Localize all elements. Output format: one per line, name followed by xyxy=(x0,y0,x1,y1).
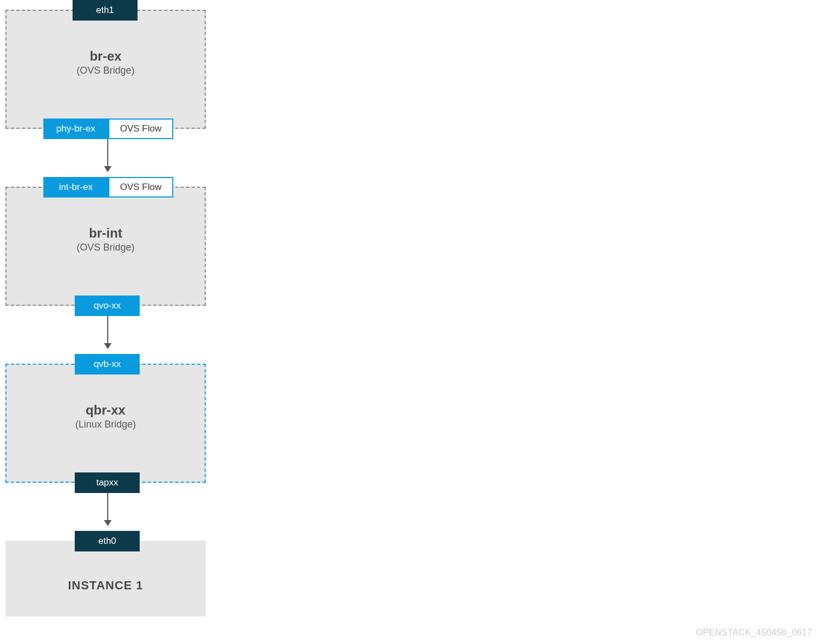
footer-id: OPENSTACK_450456_0617 xyxy=(696,628,812,638)
br-int-title: br-int xyxy=(6,226,205,241)
br-ex-title: br-ex xyxy=(6,49,205,64)
arrow-3 xyxy=(107,493,108,525)
ovs-flow-2-chip: OVS Flow xyxy=(108,177,173,198)
tap-chip: tapxx xyxy=(75,472,140,493)
instance-box: INSTANCE 1 xyxy=(5,541,206,616)
eth1-chip: eth1 xyxy=(73,0,138,21)
br-ex-subtitle: (OVS Bridge) xyxy=(6,65,205,76)
ovs-flow-1-chip: OVS Flow xyxy=(108,119,173,139)
phy-br-ex-chip: phy-br-ex xyxy=(43,119,108,139)
instance-title: INSTANCE 1 xyxy=(5,579,206,593)
qvb-chip: qvb-xx xyxy=(75,354,140,374)
qvo-chip: qvo-xx xyxy=(75,295,140,316)
arrow-2 xyxy=(107,316,108,349)
br-int-subtitle: (OVS Bridge) xyxy=(6,242,205,253)
br-ex-box: br-ex (OVS Bridge) xyxy=(5,10,206,129)
eth0-chip: eth0 xyxy=(75,531,140,551)
arrow-1 xyxy=(107,139,108,172)
qbr-subtitle: (Linux Bridge) xyxy=(6,419,205,430)
int-br-ex-chip: int-br-ex xyxy=(43,177,108,198)
qbr-box: qbr-xx (Linux Bridge) xyxy=(5,364,206,483)
br-int-box: br-int (OVS Bridge) xyxy=(5,187,206,306)
qbr-title: qbr-xx xyxy=(6,403,205,418)
